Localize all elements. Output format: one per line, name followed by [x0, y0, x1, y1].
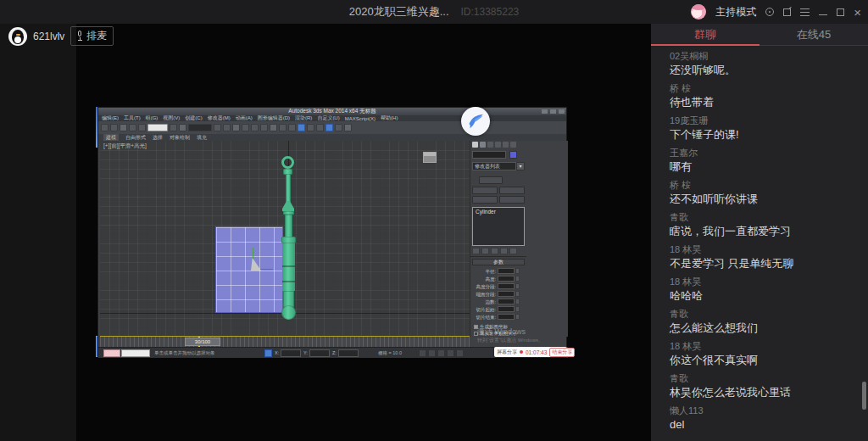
param-input[interactable] — [498, 276, 515, 282]
host-avatar[interactable] — [691, 4, 706, 20]
maxscript-mini-listener[interactable] — [103, 349, 120, 357]
toolbar-icon[interactable] — [138, 124, 146, 131]
plane-object[interactable] — [215, 226, 283, 313]
named-selection-field[interactable] — [188, 124, 212, 131]
hierarchy-tab-icon[interactable] — [487, 142, 493, 148]
parameters-rollout[interactable]: 参数 — [472, 259, 525, 265]
spinner[interactable] — [515, 314, 520, 320]
spinner[interactable] — [515, 291, 520, 297]
toolbar-icon[interactable] — [179, 124, 186, 131]
menu-item[interactable]: 图形编辑器(D) — [258, 115, 290, 121]
pin-stack-icon[interactable] — [472, 248, 480, 254]
panel-button[interactable] — [499, 187, 525, 194]
modifier-list-dropdown[interactable]: 修改器列表 — [472, 162, 516, 170]
stack-item[interactable]: Cylinder — [473, 208, 524, 215]
param-input[interactable] — [498, 283, 515, 289]
object-color-swatch[interactable] — [509, 151, 517, 159]
param-input[interactable] — [498, 291, 515, 297]
show-end-result-icon[interactable] — [481, 248, 489, 254]
toolbar-icon[interactable] — [120, 124, 127, 131]
transform-type-in-icon[interactable] — [264, 349, 272, 357]
create-tab-icon[interactable] — [472, 142, 478, 148]
toolbar-icon[interactable] — [288, 124, 296, 131]
menu-item[interactable]: 视图(V) — [163, 115, 180, 121]
viewcube[interactable] — [423, 152, 437, 163]
menu-item[interactable]: 创建(C) — [185, 115, 202, 121]
mace-neck[interactable] — [286, 174, 291, 202]
configure-sets-icon[interactable] — [509, 248, 517, 254]
toolbar-icon[interactable] — [298, 124, 305, 131]
anim-control-icon[interactable] — [419, 349, 426, 357]
tab-online-members[interactable]: 在线45 — [760, 24, 868, 46]
remove-modifier-icon[interactable] — [500, 248, 508, 254]
anim-control-icon[interactable] — [437, 349, 445, 357]
maximize-button[interactable] — [837, 8, 844, 16]
timeline-ruler[interactable]: 30/100 — [100, 337, 470, 347]
ribbon-tab[interactable]: 自由形式 — [125, 134, 146, 141]
menu-item[interactable]: 工具(T) — [124, 115, 141, 121]
panel-button[interactable] — [499, 196, 525, 204]
record-mode-icon[interactable] — [765, 8, 774, 16]
mace-shaft[interactable] — [285, 215, 292, 237]
toolbar-icon[interactable] — [260, 124, 268, 131]
toolbar-icon[interactable] — [129, 124, 136, 131]
popout-icon[interactable] — [783, 8, 791, 16]
modifier-stack[interactable]: Cylinder — [472, 207, 525, 246]
spinner[interactable] — [515, 276, 520, 282]
param-input[interactable] — [498, 268, 515, 274]
toolbar-icon[interactable] — [214, 124, 221, 131]
close-button[interactable]: × — [854, 6, 861, 19]
panel-button[interactable] — [472, 196, 498, 204]
coord-input-z[interactable] — [338, 349, 359, 357]
chat-scrollbar[interactable] — [862, 382, 866, 410]
menu-item[interactable]: 自定义(U) — [317, 115, 339, 121]
chat-message-list[interactable]: 02吴桐桐还没听够呢。 桥 桉待也带着 19庞玉珊下个锤子的课! 王嘉尔哪有 桥… — [651, 47, 868, 441]
spinner[interactable] — [515, 299, 520, 304]
toolbar-icon[interactable] — [270, 124, 277, 131]
utilities-tab-icon[interactable] — [510, 142, 516, 148]
tab-group-chat[interactable]: 群聊 — [651, 24, 760, 46]
streamer-avatar[interactable] — [8, 27, 27, 46]
mace-bottom-dome[interactable] — [281, 305, 296, 320]
menu-item[interactable]: 组(G) — [146, 115, 159, 121]
menu-icon[interactable] — [800, 8, 810, 16]
toolbar-icon[interactable] — [170, 124, 177, 131]
toolbar-icon[interactable] — [335, 124, 342, 131]
panel-button[interactable] — [479, 176, 503, 184]
mace-ring[interactable] — [281, 156, 294, 169]
motion-tab-icon[interactable] — [495, 142, 501, 148]
mace-flare[interactable] — [282, 201, 294, 211]
anim-control-icon[interactable] — [456, 349, 464, 357]
toolbar-icon[interactable] — [344, 124, 352, 131]
ribbon-tab[interactable]: 对象绘制 — [170, 134, 190, 141]
mace-handle[interactable] — [282, 243, 295, 291]
toolbar-icon[interactable] — [101, 124, 108, 131]
toolbar-icon[interactable] — [232, 124, 240, 131]
menu-item[interactable]: 编辑(E) — [102, 115, 119, 121]
toolbar-icon[interactable] — [326, 124, 333, 131]
minimize-button[interactable] — [819, 14, 827, 15]
viewport[interactable]: [+][前][平滑+高光] — [100, 141, 470, 337]
stop-share-button[interactable]: 结束分享 — [549, 348, 575, 357]
make-unique-icon[interactable] — [491, 248, 498, 254]
maxscript-listener-white[interactable] — [121, 349, 150, 357]
ribbon-tab[interactable]: 选择 — [153, 134, 163, 141]
spinner[interactable] — [515, 306, 520, 312]
selection-filter-field[interactable] — [147, 124, 168, 131]
toolbar-icon[interactable] — [279, 124, 287, 131]
menu-item[interactable]: 渲染(R) — [295, 115, 312, 121]
mace-collar-wide[interactable] — [281, 237, 296, 243]
viewport-label[interactable]: [+][前][平滑+高光] — [103, 142, 147, 150]
ribbon-tab[interactable]: 填充 — [197, 134, 207, 141]
menu-item[interactable]: 动画(A) — [236, 115, 253, 121]
param-input[interactable] — [498, 299, 515, 304]
anim-control-icon[interactable] — [428, 349, 436, 357]
menu-item[interactable]: 修改器(M) — [208, 115, 231, 121]
modify-tab-icon[interactable] — [480, 142, 486, 148]
spinner[interactable] — [515, 268, 520, 274]
param-input[interactable] — [498, 314, 515, 320]
coord-input-y[interactable] — [309, 349, 330, 357]
object-name-field[interactable] — [472, 151, 506, 159]
menu-item[interactable]: 帮助(H) — [381, 115, 398, 121]
coord-input-x[interactable] — [281, 349, 301, 357]
